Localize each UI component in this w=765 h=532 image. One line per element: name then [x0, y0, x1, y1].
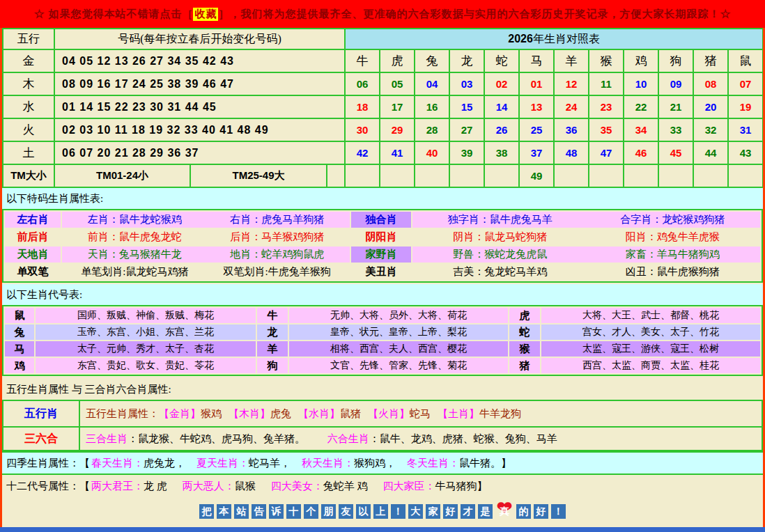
twelve-code-tag: 四大美女： — [271, 480, 323, 492]
attr-right-content: 独字肖：鼠牛虎兔马羊合字肖：龙蛇猴鸡狗猪 — [412, 212, 760, 228]
header-numbers-col: 号码(每年按立春后开始变化号码) — [54, 29, 345, 49]
grid-number-cell: 03 — [449, 72, 484, 95]
grid-number-cell: 24 — [554, 95, 589, 118]
footer-char-box: ！ — [391, 504, 405, 519]
attr-left-label: 左右肖 — [5, 212, 61, 228]
left-edge-strip — [0, 28, 2, 532]
grid-number-cell: 35 — [589, 118, 624, 141]
wuxing-element-values: 虎兔 — [270, 408, 291, 419]
attr-left-part-b: 后肖：马羊猴鸡狗猪 — [230, 230, 324, 244]
element-label: 土 — [3, 141, 54, 164]
codename-zodiac-label: 猴 — [509, 341, 540, 357]
sanliuhe-row-content: 三合生肖：鼠龙猴、牛蛇鸡、虎马狗、兔羊猪。 六合生肖：鼠牛、龙鸡、虎猪、蛇猴、兔… — [79, 427, 762, 451]
zodiac-header-cell: 虎 — [380, 49, 415, 72]
grid-number-cell: 34 — [624, 118, 658, 141]
season-tag: 春天生肖： — [91, 457, 144, 469]
section-header-attributes: 以下特码生肖属性表: — [2, 188, 763, 209]
codename-values: 文官、先锋、管家、先锋、菊花 — [289, 358, 508, 373]
element-row: 金04 05 12 13 26 27 34 35 42 43牛虎兔龙蛇马羊猴鸡狗… — [3, 49, 763, 72]
grid-number-cell: 07 — [728, 72, 763, 95]
zodiac-header-cell: 狗 — [658, 49, 693, 72]
codename-row: 马太子、元帅、秀才、太子、杏花羊相将、西宫、夫人、西宫、樱花猴太监、寇王、游侠、… — [5, 341, 760, 357]
grid-number-cell: 17 — [380, 95, 415, 118]
liuhe-label: 六合生肖 — [327, 433, 369, 444]
grid-number-cell: 26 — [484, 118, 519, 141]
codename-zodiac-label: 兔 — [5, 324, 34, 340]
section-header-wuxing: 五行生肖属性 与 三合肖六合肖属性: — [2, 379, 763, 400]
grid-number-cell: 12 — [554, 72, 589, 95]
attr-left-part-a: 天肖：兔马猴猪牛龙 — [88, 248, 182, 261]
grid-number-cell: 27 — [449, 118, 484, 141]
wuxing-prefix: 五行生肖属性： — [86, 408, 159, 419]
attr-right-label: 阴阳肖 — [351, 229, 411, 245]
element-numbers: 04 05 12 13 26 27 34 35 42 43 — [54, 49, 345, 72]
sanliuhe-row-label: 三六合 — [3, 427, 79, 451]
sanliuhe-row: 三六合 三合生肖：鼠龙猴、牛蛇鸡、虎马狗、兔羊猪。 六合生肖：鼠牛、龙鸡、虎猪、… — [3, 427, 762, 451]
zodiac-attributes-table: 左右肖左肖：鼠牛龙蛇猴鸡右肖：虎兔马羊狗猪独合肖独字肖：鼠牛虎兔马羊合字肖：龙蛇… — [2, 209, 763, 283]
footer-char-box: 以 — [356, 504, 371, 519]
footer-char-box: 友 — [339, 504, 353, 519]
codename-row: 鼠国师、叛贼、神偷、叛贼、梅花牛无帅、大将、员外、大将、荷花虎大将、大王、武士、… — [5, 308, 760, 323]
twelve-codes-row: 十二代号属性：【两大君王：龙 虎两大恶人：鼠猴四大美女：兔蛇羊 鸡四大家臣：牛马… — [2, 475, 763, 497]
element-row: 水01 14 15 22 23 30 31 44 451817161514132… — [3, 95, 763, 118]
tm-grid-cell — [728, 164, 763, 187]
zodiac-header-cell: 羊 — [554, 49, 589, 72]
season-values: 虎兔龙， — [144, 457, 185, 469]
wuxing-element-tag: 【火肖】 — [368, 408, 410, 419]
bookmark-link[interactable]: 收藏 — [193, 8, 218, 21]
codename-values: 相将、西宫、夫人、西宫、樱花 — [289, 341, 508, 357]
top-promo-banner: ☆ 如果您觉得本站不错请点击［收藏］，我们将为您提供最齐全、更准确的六合彩数据与… — [0, 0, 765, 28]
header-zodiac-chart: 2026年生肖对照表 — [345, 29, 763, 49]
twelve-code-values: 兔蛇羊 鸡 — [323, 480, 368, 492]
zodiac-header-cell: 马 — [519, 49, 554, 72]
element-row: 火02 03 10 11 18 19 32 33 40 41 48 493029… — [3, 118, 763, 141]
footer-char-box: ！ — [551, 504, 566, 519]
zodiac-header-cell: 龙 — [449, 49, 484, 72]
codename-zodiac-label: 马 — [5, 341, 34, 357]
attr-left-content: 前肖：鼠牛虎兔龙蛇后肖：马羊猴鸡狗猪 — [62, 229, 350, 245]
zodiac-header-cell: 兔 — [415, 49, 449, 72]
attr-left-label: 天地肖 — [5, 247, 61, 263]
attr-left-part-b: 右肖：虎兔马羊狗猪 — [230, 213, 324, 226]
grid-number-cell: 40 — [415, 141, 449, 164]
sanhe-values: ：鼠龙猴、牛蛇鸡、虎马狗、兔羊猪。 — [128, 433, 305, 444]
sanhe-label: 三合生肖 — [86, 433, 128, 444]
footer-char-box: 的 — [516, 504, 531, 519]
codename-values: 无帅、大将、员外、大将、荷花 — [289, 308, 508, 323]
grid-number-cell: 21 — [658, 95, 693, 118]
codename-values: 东宫、贵妃、歌女、贵妃、苓花 — [36, 358, 256, 373]
twelve-prefix: 十二代号属性：【 — [6, 480, 90, 493]
element-label: 木 — [3, 72, 54, 95]
grid-number-cell: 29 — [380, 118, 415, 141]
footer-char-box: 本 — [217, 504, 231, 519]
grid-number-cell: 09 — [658, 72, 693, 95]
grid-number-cell: 46 — [624, 141, 658, 164]
grid-number-cell: 13 — [519, 95, 554, 118]
tm-grid-cell — [589, 164, 624, 187]
attr-left-content: 单笔划肖:鼠龙蛇马鸡猪双笔划肖:牛虎兔羊猴狗 — [62, 264, 350, 280]
attr-right-content: 阴肖：鼠龙马蛇狗猪阳肖：鸡兔牛羊虎猴 — [412, 229, 760, 245]
header-element-col: 五行 — [3, 29, 54, 49]
tm-grid-cell — [345, 164, 380, 187]
zodiac-header-cell: 蛇 — [484, 49, 519, 72]
codename-zodiac-label: 蛇 — [509, 324, 540, 340]
banner-bracket-close: ］ — [218, 8, 229, 21]
tm-grid-cell — [624, 164, 658, 187]
grid-number-cell: 04 — [415, 72, 449, 95]
wuxing-sanhe-table: 五行肖 五行生肖属性：【金肖】猴鸡【木肖】虎兔【水肖】鼠猪【火肖】蛇马【土肖】牛… — [2, 400, 763, 451]
zodiac-header-cell: 鼠 — [728, 49, 763, 72]
grid-number-cell: 48 — [554, 141, 589, 164]
footer-char-box: 站 — [234, 504, 249, 519]
twelve-code-values: 牛马猪狗】 — [435, 480, 488, 492]
zodiac-number-table: 五行 号码(每年按立春后开始变化号码) 2026年生肖对照表 金04 05 12… — [2, 28, 764, 188]
footer-char-box: 好 — [443, 504, 458, 519]
attr-right-part-b: 阳肖：鸡兔牛羊虎猴 — [626, 230, 720, 244]
grid-number-cell: 44 — [693, 141, 728, 164]
attr-left-part-b: 地肖：蛇羊鸡狗鼠虎 — [230, 248, 324, 261]
grid-number-cell: 22 — [624, 95, 658, 118]
tm-size-label: TM大小 — [3, 164, 54, 187]
wuxing-row-content: 五行生肖属性：【金肖】猴鸡【木肖】虎兔【水肖】鼠猪【火肖】蛇马【土肖】牛羊龙狗 — [79, 400, 762, 427]
grid-number-cell: 20 — [693, 95, 728, 118]
element-numbers: 02 03 10 11 18 19 32 33 40 41 48 49 — [54, 118, 345, 141]
grid-number-cell: 19 — [728, 95, 763, 118]
